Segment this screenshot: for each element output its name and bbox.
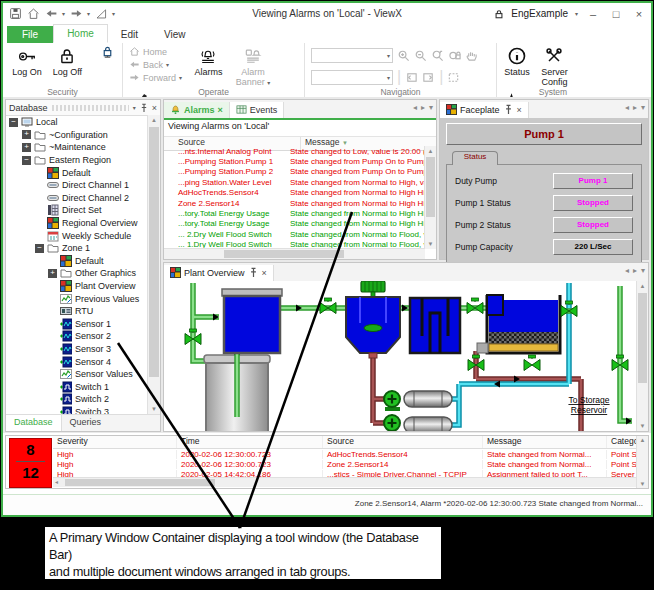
faceplate-status-tab[interactable]: Status xyxy=(452,151,498,165)
tree-item-switch-2[interactable]: Switch 2 xyxy=(6,393,148,406)
tab-events[interactable]: Events xyxy=(230,102,285,118)
tree-item-other-graphics[interactable]: +Other Graphics xyxy=(6,267,148,280)
customize-qat-icon[interactable]: ▾ xyxy=(112,10,115,17)
database-tree-scrollbar[interactable]: ▲ ▼ xyxy=(147,115,160,415)
tab-edit[interactable]: Edit xyxy=(108,26,151,43)
column-time[interactable]: Time xyxy=(177,436,323,448)
tree-item-switch-1[interactable]: Switch 1 xyxy=(6,380,148,393)
operate-forward-button[interactable]: Forward▾ xyxy=(129,72,182,83)
banner-alarm-row[interactable]: High2020-02-06 12:30:00.723Zone 2.Sensor… xyxy=(53,459,637,469)
tab-list-icon[interactable]: ▾ xyxy=(641,103,645,112)
tree-item-local[interactable]: −Local xyxy=(6,116,148,129)
full-screen-icon[interactable] xyxy=(447,71,460,84)
plant-mimic[interactable]: To Storage Reservoir xyxy=(164,281,637,431)
scrollbar-thumb[interactable] xyxy=(65,479,215,486)
tab-close-icon[interactable]: × xyxy=(517,105,522,115)
operate-back-button[interactable]: Back▾ xyxy=(129,59,182,70)
tab-plant-overview[interactable]: Plant Overview × xyxy=(164,265,274,281)
tab-scroll-left-icon[interactable]: ◂ xyxy=(625,266,629,275)
alarm-banner-button[interactable]: AlarmBanner ▾ xyxy=(233,43,273,88)
alarm-row[interactable]: AdHocTrends.Sensor4State changed from No… xyxy=(164,188,425,198)
pin-icon[interactable] xyxy=(139,103,149,113)
tab-alarms[interactable]: Alarms × xyxy=(164,102,230,118)
pan-hand-icon[interactable] xyxy=(465,49,478,62)
pin-icon[interactable] xyxy=(248,267,259,278)
next-view-icon[interactable] xyxy=(422,71,435,84)
previous-view-icon[interactable] xyxy=(405,71,418,84)
maximize-button[interactable]: □ xyxy=(608,5,624,23)
column-severity[interactable]: Severity xyxy=(53,436,177,448)
tab-scroll-right-icon[interactable]: ▸ xyxy=(421,103,425,112)
zoom-original-icon[interactable] xyxy=(431,49,444,62)
tree-item-configuration[interactable]: +~Configuration xyxy=(6,129,148,142)
draw-icon[interactable] xyxy=(94,7,108,21)
alarm-count-box[interactable]: 8 12 xyxy=(9,438,52,488)
alarm-row[interactable]: ...tory.Total Energy UsageState changed … xyxy=(164,219,425,229)
alarm-row[interactable]: ...ping Station.Water LevelState changed… xyxy=(164,177,425,187)
alarm-list-hscrollbar[interactable] xyxy=(164,248,425,259)
scrollbar-thumb[interactable] xyxy=(426,157,435,217)
tab-view[interactable]: View xyxy=(151,26,199,43)
tab-close-icon[interactable]: × xyxy=(262,268,267,278)
tab-queries[interactable]: Queries xyxy=(62,415,110,431)
workstation-lock-icon[interactable] xyxy=(101,45,114,58)
server-config-button[interactable]: ServerConfig xyxy=(537,43,571,87)
scrollbar-thumb[interactable] xyxy=(638,293,647,383)
scroll-up-icon[interactable]: ▲ xyxy=(637,437,648,443)
zoom-out-icon[interactable] xyxy=(414,49,427,62)
forward-icon[interactable] xyxy=(69,7,83,21)
tab-close-icon[interactable]: × xyxy=(218,105,223,115)
tree-item-eastern-region[interactable]: −Eastern Region xyxy=(6,154,148,167)
close-panel-icon[interactable]: × xyxy=(152,103,157,113)
log-on-button[interactable]: Log On xyxy=(9,43,45,78)
banner-hscrollbar[interactable]: ◂ xyxy=(53,477,637,487)
scroll-down-icon[interactable]: ▼ xyxy=(425,239,436,249)
tree-item-direct-channel-2[interactable]: Direct Channel 2 xyxy=(6,192,148,205)
tab-scroll-right-icon[interactable]: ▸ xyxy=(633,103,637,112)
expand-icon[interactable]: + xyxy=(22,130,31,139)
tab-home[interactable]: Home xyxy=(53,24,108,43)
alarm-row[interactable]: ...nts.Internal Analog PointState change… xyxy=(164,146,425,156)
tab-list-icon[interactable]: ▾ xyxy=(641,266,645,275)
log-off-button[interactable]: Log Off xyxy=(49,43,85,78)
scrollbar-thumb[interactable] xyxy=(149,127,159,377)
expand-icon[interactable]: + xyxy=(22,143,31,152)
alarm-row[interactable]: Zone 2.Sensor14State changed from Normal… xyxy=(164,198,425,208)
collapse-icon[interactable]: − xyxy=(9,118,18,127)
tree-item-sensor-1[interactable]: Sensor 1 xyxy=(6,318,148,331)
alarm-row[interactable]: ...Pumping Station.Pump 2State changed f… xyxy=(164,167,425,177)
scrollbar-thumb[interactable] xyxy=(224,250,344,258)
collapse-icon[interactable]: − xyxy=(22,156,31,165)
display-combobox[interactable]: ▾ xyxy=(311,70,393,85)
scroll-left-icon[interactable]: ◂ xyxy=(55,478,58,485)
faceplate-value-button[interactable]: Stopped xyxy=(553,195,633,211)
tree-item-sensor-values[interactable]: Sensor Values xyxy=(6,368,148,381)
tree-item-previous-values[interactable]: Previous Values xyxy=(6,292,148,305)
tree-item-sensor-2[interactable]: Sensor 2 xyxy=(6,330,148,343)
alarm-row[interactable]: ... 2.Dry Well Flood SwitchState changed… xyxy=(164,229,425,239)
back-dropdown-icon[interactable]: ▾ xyxy=(62,10,65,17)
scroll-up-icon[interactable]: ▲ xyxy=(148,115,160,126)
back-icon[interactable] xyxy=(44,7,58,21)
forward-dropdown-icon[interactable]: ▾ xyxy=(87,10,90,17)
scroll-down-icon[interactable]: ▼ xyxy=(637,481,648,487)
alarm-list-vscrollbar[interactable]: ▲ ▼ xyxy=(424,146,436,249)
scroll-down-icon[interactable]: ▼ xyxy=(637,421,648,431)
zoom-in-icon[interactable] xyxy=(397,49,410,62)
scroll-up-icon[interactable]: ▲ xyxy=(425,146,436,156)
status-button[interactable]: Status xyxy=(501,43,533,78)
tree-item-weekly-schedule[interactable]: Weekly Schedule xyxy=(6,229,148,242)
tree-item-regional-overview[interactable]: Regional Overview xyxy=(6,217,148,230)
window-position-icon[interactable]: ▾ xyxy=(133,104,136,111)
minimize-button[interactable]: – xyxy=(585,5,601,23)
user-dropdown-icon[interactable]: ▾ xyxy=(575,10,578,17)
tree-item-rtu[interactable]: RTU xyxy=(6,305,148,318)
tree-item-zone-1[interactable]: −Zone 1 xyxy=(6,242,148,255)
save-icon[interactable] xyxy=(8,7,22,21)
expand-icon[interactable]: + xyxy=(48,269,57,278)
tree-item-direct-set[interactable]: Direct Set xyxy=(6,204,148,217)
tab-faceplate[interactable]: Faceplate × xyxy=(440,102,529,118)
tree-item-maintenance[interactable]: +~Maintenance xyxy=(6,141,148,154)
banner-alarm-row[interactable]: High2020-02-06 12:30:00.723AdHocTrends.S… xyxy=(53,449,637,459)
zoom-combobox[interactable]: ▾ xyxy=(311,48,393,63)
